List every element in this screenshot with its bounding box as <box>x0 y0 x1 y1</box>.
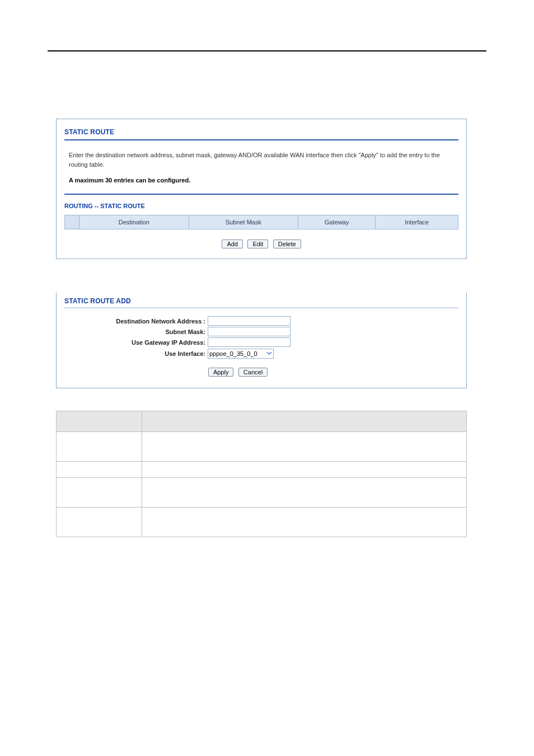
cell <box>57 508 142 537</box>
col-select <box>65 215 79 229</box>
form-row-dest: Destination Network Address : <box>64 316 458 326</box>
static-route-title: STATIC ROUTE <box>64 128 458 136</box>
route-table: Destination Subnet Mask Gateway Interfac… <box>64 215 458 229</box>
cell <box>57 432 142 462</box>
cell <box>57 462 142 478</box>
col-gateway: Gateway <box>298 215 375 229</box>
cell <box>142 462 467 478</box>
table-row <box>57 508 467 537</box>
col-interface: Interface <box>376 215 458 229</box>
table-row <box>57 462 467 478</box>
label-subnet-mask: Subnet Mask: <box>64 328 208 335</box>
routing-subhead: ROUTING -- STATIC ROUTE <box>64 203 458 209</box>
edit-button[interactable]: Edit <box>247 240 268 248</box>
label-use-interface: Use Interface: <box>64 350 208 357</box>
label-gateway-ip: Use Gateway IP Address: <box>64 339 208 346</box>
col-subnet-mask: Subnet Mask <box>189 215 298 229</box>
cell <box>142 508 467 537</box>
description-table <box>56 411 467 537</box>
divider <box>64 194 458 195</box>
form-row-mask: Subnet Mask: <box>64 327 458 336</box>
form-button-row: Apply Cancel <box>126 367 350 377</box>
static-route-add-panel: STATIC ROUTE ADD Destination Network Add… <box>56 293 467 388</box>
table-row <box>57 432 467 462</box>
cell <box>142 478 467 508</box>
col-desc <box>142 411 467 432</box>
page: STATIC ROUTE Enter the destination netwo… <box>0 0 534 756</box>
col-field <box>57 411 142 432</box>
cancel-button[interactable]: Cancel <box>238 368 268 377</box>
divider <box>64 307 458 308</box>
table-row <box>57 478 467 508</box>
table-row <box>57 411 467 432</box>
cell <box>142 432 467 462</box>
subnet-mask-input[interactable] <box>208 327 291 336</box>
delete-button[interactable]: Delete <box>273 240 301 248</box>
add-button[interactable]: Add <box>222 240 243 248</box>
cell <box>57 478 142 508</box>
interface-select[interactable]: pppoe_0_35_0_0 <box>208 349 274 359</box>
max-entries-note: A maximum 30 entries can be configured. <box>69 177 458 184</box>
col-destination: Destination <box>79 215 189 229</box>
static-route-panel: STATIC ROUTE Enter the destination netwo… <box>56 119 467 259</box>
table-header-row: Destination Subnet Mask Gateway Interfac… <box>65 215 458 229</box>
table-button-row: Add Edit Delete <box>64 238 458 248</box>
label-destination-address: Destination Network Address : <box>64 318 208 325</box>
form-row-interface: Use Interface: pppoe_0_35_0_0 <box>64 348 458 359</box>
static-route-add-title: STATIC ROUTE ADD <box>64 297 458 305</box>
header-divider <box>48 50 486 51</box>
apply-button[interactable]: Apply <box>208 368 234 377</box>
form-row-gateway: Use Gateway IP Address: <box>64 337 458 347</box>
static-route-description: Enter the destination network address, s… <box>69 151 457 169</box>
gateway-ip-input[interactable] <box>208 337 291 347</box>
divider <box>64 139 458 140</box>
destination-address-input[interactable] <box>208 316 291 326</box>
